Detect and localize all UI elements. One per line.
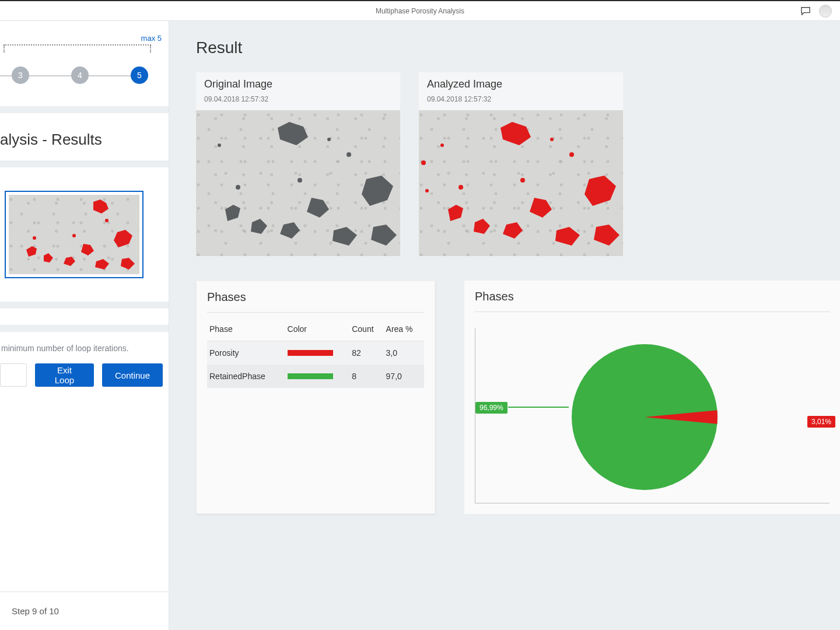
cell-count: 82 (349, 341, 383, 365)
cell-phase: RetainedPhase (207, 365, 285, 388)
phases-pie-chart: 96,99% 3,01% (475, 328, 830, 503)
svg-point-11 (440, 144, 444, 147)
col-count: Count (349, 317, 383, 341)
back-button[interactable] (0, 363, 27, 387)
svg-point-5 (346, 152, 351, 157)
svg-point-12 (550, 138, 554, 141)
analyzed-image-title: Analyzed Image (427, 78, 615, 90)
original-image-card: Original Image 09.04.2018 12:57:32 (196, 72, 400, 256)
max-iterations-label: max 5 (141, 34, 162, 43)
analyzed-image-timestamp: 09.04.2018 12:57:32 (427, 95, 615, 103)
continue-button[interactable]: Continue (102, 363, 163, 387)
app-title: Multiphase Porosity Analysis (376, 7, 464, 15)
svg-point-9 (520, 178, 525, 183)
result-heading: Result (196, 38, 840, 57)
svg-point-13 (421, 160, 426, 165)
cell-color (285, 365, 350, 388)
original-image[interactable] (196, 110, 400, 256)
cell-area: 3,0 (384, 341, 424, 365)
phases-table: Phase Color Count Area % Porosity823,0Re… (207, 317, 424, 388)
analyzed-thumbnail[interactable] (5, 191, 144, 278)
svg-point-10 (569, 152, 574, 157)
step-node-3[interactable]: 3 (12, 66, 29, 84)
svg-point-2 (105, 219, 108, 222)
svg-point-3 (236, 185, 240, 190)
phases-chart-card: Phases 96,99% 3,01% (464, 281, 840, 514)
sidebar: max 5 345 alysis - Results (0, 21, 169, 630)
step-tracker: max 5 345 (0, 21, 169, 113)
original-image-timestamp: 09.04.2018 12:57:32 (204, 95, 392, 103)
step-node-4[interactable]: 4 (71, 66, 89, 84)
svg-point-1 (72, 234, 76, 237)
col-phase: Phase (207, 317, 285, 341)
col-color: Color (285, 317, 350, 341)
cell-area: 97,0 (384, 365, 424, 388)
phases-chart-title: Phases (475, 290, 830, 312)
table-row: RetainedPhase897,0 (207, 365, 424, 388)
title-bar: Multiphase Porosity Analysis (0, 0, 840, 21)
loop-hint-text: minimum number of loop iterations. (0, 332, 169, 363)
comment-icon[interactable] (800, 6, 811, 16)
phases-table-card: Phases Phase Color Count Area % Porosity… (196, 281, 435, 514)
phases-table-title: Phases (207, 290, 424, 313)
col-area: Area % (384, 317, 424, 341)
table-row: Porosity823,0 (207, 341, 424, 365)
user-avatar[interactable] (819, 5, 832, 18)
svg-point-8 (459, 185, 463, 190)
cell-phase: Porosity (207, 341, 285, 365)
section-title: alysis - Results (0, 113, 169, 167)
step-progress-label: Step 9 of 10 (0, 592, 169, 630)
svg-point-4 (298, 178, 302, 183)
exit-loop-button[interactable]: Exit Loop (35, 363, 94, 387)
svg-point-6 (218, 144, 221, 147)
cell-color (285, 341, 350, 365)
pie-label-retained: 96,99% (475, 402, 508, 414)
cell-count: 8 (349, 365, 383, 388)
svg-point-0 (33, 236, 36, 240)
svg-point-7 (327, 138, 331, 141)
thumbnail-panel (0, 167, 169, 309)
svg-point-14 (425, 189, 429, 192)
main-content: Result Original Image 09.04.2018 12:57:3… (169, 21, 840, 630)
pie-label-porosity: 3,01% (807, 416, 835, 428)
original-image-title: Original Image (204, 78, 392, 90)
analyzed-image-card: Analyzed Image 09.04.2018 12:57:32 (419, 72, 623, 256)
analyzed-image[interactable] (419, 110, 623, 256)
step-node-5[interactable]: 5 (131, 66, 148, 84)
